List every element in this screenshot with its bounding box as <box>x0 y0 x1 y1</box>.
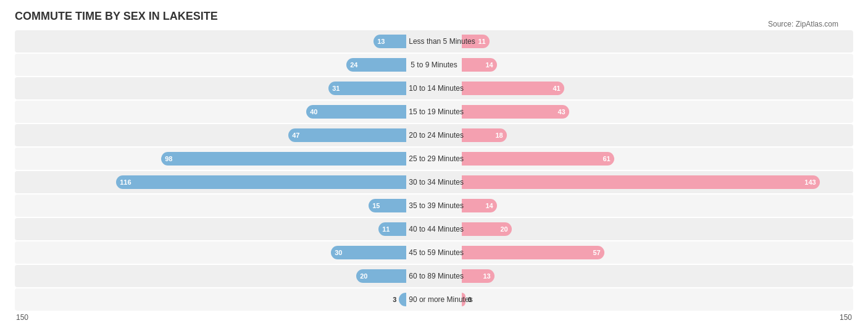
left-side: 13 <box>15 30 409 52</box>
row-label: 10 to 14 Minutes <box>409 84 459 93</box>
female-bar: 143 <box>462 175 820 189</box>
chart-row: 13 Less than 5 Minutes 11 <box>15 30 853 52</box>
male-bar-wrap: 15 <box>15 199 406 212</box>
male-value: 13 <box>377 38 385 45</box>
male-value: 20 <box>360 272 367 280</box>
female-bar: 14 <box>462 199 497 212</box>
chart-row: 31 10 to 14 Minutes 41 <box>15 77 853 99</box>
male-value: 116 <box>120 178 131 186</box>
chart-row: 47 20 to 24 Minutes 18 <box>15 124 853 146</box>
male-bar: 47 <box>288 128 406 142</box>
left-side: 98 <box>15 148 409 170</box>
male-value: 11 <box>382 225 390 233</box>
left-side: 40 <box>15 101 409 123</box>
male-value: 98 <box>165 155 172 162</box>
female-bar-wrap: 41 <box>462 82 853 95</box>
left-side: 15 <box>15 195 409 217</box>
source-label: Source: ZipAtlas.com <box>768 20 838 28</box>
female-bar-wrap: 18 <box>462 128 853 142</box>
female-value: 11 <box>478 38 485 45</box>
right-side: 13 <box>459 265 853 287</box>
male-bar: 3 <box>399 293 406 306</box>
male-bar-wrap: 24 <box>15 58 406 72</box>
right-side: 14 <box>459 195 853 217</box>
female-value: 41 <box>553 85 560 92</box>
female-bar: 20 <box>462 222 512 236</box>
row-inner: 47 20 to 24 Minutes 18 <box>15 124 853 146</box>
female-bar: 13 <box>462 269 495 283</box>
male-value: 3 <box>393 296 396 303</box>
female-value: 43 <box>557 108 565 115</box>
male-bar-wrap: 3 <box>15 293 406 306</box>
row-label: 30 to 34 Minutes <box>409 178 459 187</box>
row-inner: 24 5 to 9 Minutes 14 <box>15 54 853 76</box>
row-inner: 11 40 to 44 Minutes 20 <box>15 218 853 240</box>
male-bar: 15 <box>369 199 406 212</box>
female-value: 13 <box>483 272 490 280</box>
female-bar-wrap: 0 <box>462 293 853 306</box>
left-side: 30 <box>15 241 409 264</box>
right-side: 43 <box>459 101 853 123</box>
row-label: 15 to 19 Minutes <box>409 107 459 116</box>
female-bar: 57 <box>462 246 604 259</box>
male-value: 40 <box>310 108 317 115</box>
left-side: 20 <box>15 265 409 287</box>
female-value: 61 <box>603 155 610 162</box>
female-value: 18 <box>495 132 503 139</box>
axis-labels: 150 150 <box>15 313 853 322</box>
row-label: 20 to 24 Minutes <box>409 131 459 140</box>
male-bar-wrap: 31 <box>15 82 406 95</box>
female-bar: 14 <box>462 58 497 72</box>
row-inner: 116 30 to 34 Minutes 143 <box>15 171 853 193</box>
left-side: 116 <box>15 171 409 193</box>
left-side: 47 <box>15 124 409 146</box>
female-bar-wrap: 20 <box>462 222 853 236</box>
row-label: 40 to 44 Minutes <box>409 225 459 233</box>
row-label: 45 to 59 Minutes <box>409 248 459 257</box>
row-inner: 15 35 to 39 Minutes 14 <box>15 195 853 217</box>
female-bar-wrap: 13 <box>462 269 853 283</box>
male-value: 30 <box>335 249 342 256</box>
right-side: 57 <box>459 241 853 264</box>
row-inner: 30 45 to 59 Minutes 57 <box>15 241 853 264</box>
female-bar: 43 <box>462 105 569 119</box>
chart-row: 15 35 to 39 Minutes 14 <box>15 195 853 217</box>
row-inner: 98 25 to 29 Minutes 61 <box>15 148 853 170</box>
row-label: Less than 5 Minutes <box>409 37 459 46</box>
right-side: 11 <box>459 30 853 52</box>
chart-row: 20 60 to 89 Minutes 13 <box>15 265 853 287</box>
male-bar: 31 <box>328 82 406 95</box>
row-inner: 20 60 to 89 Minutes 13 <box>15 265 853 287</box>
female-value: 14 <box>485 202 493 209</box>
female-bar-wrap: 61 <box>462 152 853 166</box>
row-inner: 31 10 to 14 Minutes 41 <box>15 77 853 99</box>
row-label: 25 to 29 Minutes <box>409 154 459 163</box>
female-bar-wrap: 14 <box>462 58 853 72</box>
male-bar-wrap: 116 <box>15 175 406 189</box>
row-label: 5 to 9 Minutes <box>409 61 459 69</box>
male-bar: 40 <box>306 105 406 119</box>
row-label: 90 or more Minutes <box>409 295 459 304</box>
female-value: 143 <box>804 178 816 186</box>
right-side: 143 <box>459 171 853 193</box>
left-side: 24 <box>15 54 409 76</box>
female-value: 20 <box>500 225 507 233</box>
chart-area: 13 Less than 5 Minutes 11 <box>15 30 853 323</box>
chart-row: 3 90 or more Minutes 0 <box>15 288 853 311</box>
right-side: 41 <box>459 77 853 99</box>
female-bar-wrap: 143 <box>462 175 853 189</box>
left-side: 3 <box>15 288 409 311</box>
male-value: 24 <box>350 61 357 69</box>
chart-row: 30 45 to 59 Minutes 57 <box>15 241 853 264</box>
chart-row: 24 5 to 9 Minutes 14 <box>15 54 853 76</box>
row-inner: 3 90 or more Minutes 0 <box>15 288 853 311</box>
right-side: 18 <box>459 124 853 146</box>
male-bar-wrap: 98 <box>15 152 406 166</box>
right-side: 14 <box>459 54 853 76</box>
axis-left: 150 <box>16 313 28 322</box>
female-bar: 61 <box>462 152 614 166</box>
female-bar-wrap: 11 <box>462 35 853 48</box>
chart-row: 40 15 to 19 Minutes 43 <box>15 101 853 123</box>
female-bar-wrap: 14 <box>462 199 853 212</box>
male-value: 15 <box>372 202 380 209</box>
